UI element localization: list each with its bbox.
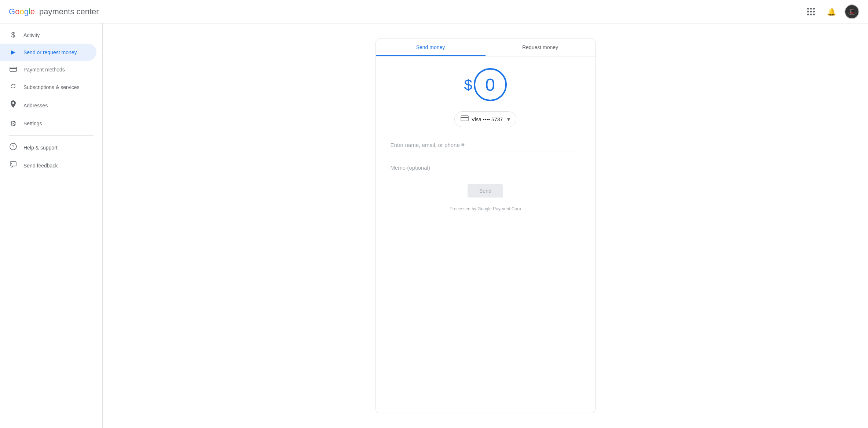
svg-rect-4 [10, 162, 16, 166]
grid-icon [807, 8, 815, 15]
sidebar-item-help[interactable]: ? Help & support [0, 139, 96, 156]
logo-letter-g: G [9, 7, 15, 16]
sidebar-item-activity[interactable]: $ Activity [0, 26, 96, 44]
svg-rect-7 [461, 117, 468, 118]
logo-letter-e: e [30, 7, 35, 16]
refresh-icon [9, 82, 18, 92]
processed-by-text: Processed by Google Payment Corp [450, 206, 521, 211]
feedback-icon [9, 161, 18, 170]
main-content: Send money Request money $ 0 [103, 23, 868, 428]
sidebar-item-help-label: Help & support [23, 145, 58, 151]
help-icon: ? [9, 143, 18, 152]
sidebar-item-settings-label: Settings [23, 121, 42, 126]
svg-rect-0 [10, 67, 17, 71]
sidebar-item-addresses[interactable]: Addresses [0, 96, 96, 115]
sidebar-nav: $ Activity ► Send or request money Payme… [0, 26, 102, 425]
sidebar-item-settings[interactable]: ⚙ Settings [0, 115, 96, 132]
pin-icon [9, 100, 18, 110]
header-right: 🔔 🎩 [803, 4, 859, 19]
payment-method-selector[interactable]: Visa •••• 5737 ▾ [454, 111, 517, 127]
app-title: payments center [39, 7, 99, 16]
form-area: $ 0 Visa •••• 5737 ▾ [376, 56, 595, 226]
card-tabs: Send money Request money [376, 38, 595, 56]
user-avatar[interactable]: 🎩 [845, 4, 859, 19]
svg-text:?: ? [12, 144, 14, 150]
amount-display: $ 0 [464, 68, 506, 101]
send-icon: ► [9, 48, 18, 56]
app-layout: $ Activity ► Send or request money Payme… [0, 23, 868, 428]
logo-letter-o1: o [15, 7, 19, 16]
recipient-input[interactable] [391, 139, 581, 151]
sidebar: $ Activity ► Send or request money Payme… [0, 23, 103, 428]
svg-rect-5 [11, 163, 12, 164]
sidebar-item-send-request-label: Send or request money [23, 49, 77, 55]
sidebar-item-payment-methods-label: Payment methods [23, 67, 65, 73]
google-logo: Google [9, 7, 35, 16]
google-apps-button[interactable] [803, 4, 818, 19]
credit-card-icon [9, 65, 18, 74]
currency-symbol: $ [464, 77, 472, 93]
amount-value: 0 [474, 68, 507, 101]
chevron-down-icon: ▾ [507, 116, 510, 123]
sidebar-item-subscriptions-label: Subscriptions & services [23, 84, 80, 90]
sidebar-item-send-request[interactable]: ► Send or request money [0, 44, 96, 61]
svg-rect-1 [10, 68, 17, 69]
notifications-button[interactable]: 🔔 [824, 4, 839, 19]
logo-letter-g2: g [24, 7, 29, 16]
app-header: Google payments center 🔔 🎩 [0, 0, 868, 23]
header-left: Google payments center [9, 7, 99, 16]
logo-letter-o2: o [19, 7, 24, 16]
sidebar-item-subscriptions[interactable]: Subscriptions & services [0, 78, 96, 96]
send-money-card: Send money Request money $ 0 [376, 38, 596, 413]
payment-method-label: Visa •••• 5737 [472, 117, 503, 122]
nav-divider [9, 135, 94, 136]
memo-input[interactable] [391, 162, 581, 174]
gear-icon: ⚙ [9, 119, 18, 128]
dollar-icon: $ [9, 31, 18, 39]
sidebar-item-feedback-label: Send feedback [23, 163, 58, 169]
sidebar-item-payment-methods[interactable]: Payment methods [0, 61, 96, 78]
tab-request-money[interactable]: Request money [486, 38, 595, 56]
sidebar-item-addresses-label: Addresses [23, 103, 48, 108]
send-button[interactable]: Send [468, 184, 503, 198]
svg-rect-6 [461, 116, 468, 121]
tab-send-money[interactable]: Send money [376, 38, 486, 56]
sidebar-item-feedback[interactable]: Send feedback [0, 156, 96, 174]
bell-icon: 🔔 [827, 7, 836, 16]
visa-card-icon [461, 115, 469, 123]
sidebar-item-activity-label: Activity [23, 32, 40, 38]
